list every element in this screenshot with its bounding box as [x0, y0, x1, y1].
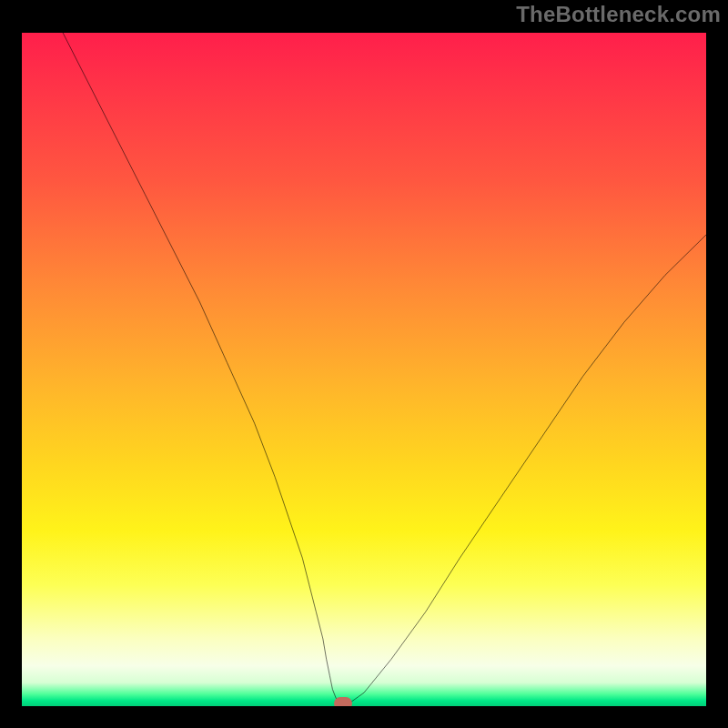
plot-area: [22, 33, 706, 706]
bottleneck-curve: [22, 33, 706, 706]
watermark-text: TheBottleneck.com: [516, 2, 721, 27]
chart-frame: TheBottleneck.com: [0, 0, 728, 728]
frame-border-left: [0, 0, 22, 728]
frame-border-bottom: [0, 706, 728, 728]
frame-border-right: [706, 0, 728, 728]
